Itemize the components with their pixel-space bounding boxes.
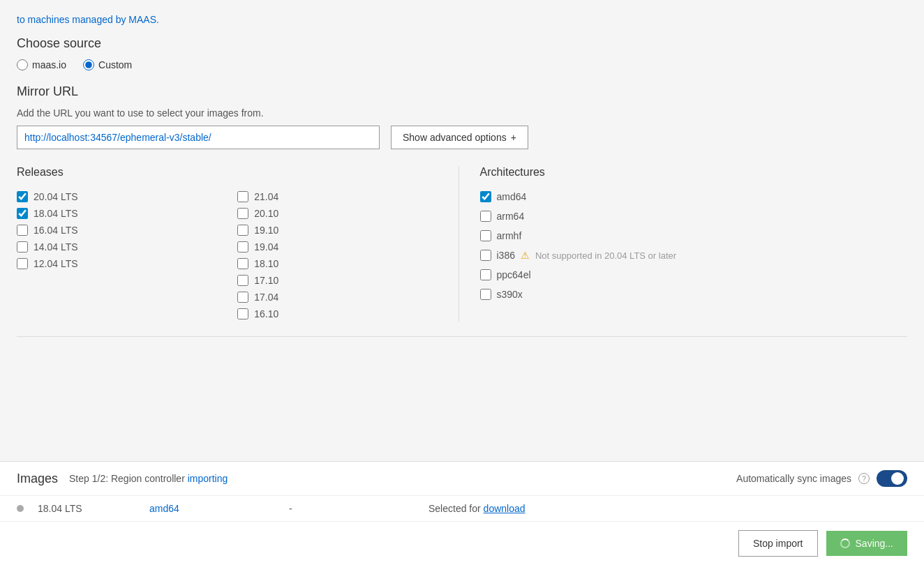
sync-toggle[interactable] — [877, 470, 907, 487]
release-1804lts-checkbox[interactable] — [17, 208, 28, 219]
release-2010: 20.10 — [237, 205, 444, 222]
arch-armhf-label[interactable]: armhf — [497, 230, 522, 241]
image-status-dot — [17, 505, 38, 512]
url-row: Show advanced options + — [17, 126, 907, 149]
image-arch: amd64 — [149, 503, 289, 514]
saving-spinner — [840, 538, 850, 548]
release-2004lts-checkbox[interactable] — [17, 191, 28, 202]
release-1204lts-label[interactable]: 12.04 LTS — [33, 258, 78, 269]
status-dot-gray — [17, 505, 24, 512]
release-1910-label[interactable]: 19.10 — [254, 225, 278, 236]
releases-column: Releases 20.04 LTS 18.04 LTS 16.04 LTS — [17, 166, 459, 322]
arch-s390x-label[interactable]: s390x — [497, 289, 523, 300]
release-1704-label[interactable]: 17.04 — [254, 292, 278, 303]
release-1810: 18.10 — [237, 255, 444, 272]
stop-import-label: Stop import — [753, 538, 803, 549]
source-radio-custom[interactable] — [83, 59, 94, 70]
release-1710-label[interactable]: 17.10 — [254, 275, 278, 286]
releases-title: Releases — [17, 166, 445, 179]
images-header: Images Step 1/2: Region controller impor… — [0, 462, 924, 496]
arch-amd64: amd64 — [480, 188, 908, 205]
release-1910: 19.10 — [237, 222, 444, 239]
release-1710-checkbox[interactable] — [237, 275, 248, 286]
release-1704: 17.04 — [237, 289, 444, 306]
source-option-custom[interactable]: Custom — [83, 59, 132, 70]
source-radio-maas-io[interactable] — [17, 59, 28, 70]
footer-buttons: Stop import Saving... — [0, 522, 924, 565]
source-label-maas-io: maas.io — [32, 59, 66, 70]
sync-toggle-slider — [877, 470, 907, 487]
releases-grid: 20.04 LTS 18.04 LTS 16.04 LTS 14.04 LTS — [17, 188, 445, 322]
release-1804lts-label[interactable]: 18.04 LTS — [33, 208, 78, 219]
release-1904-checkbox[interactable] — [237, 241, 248, 253]
release-2004lts-label[interactable]: 20.04 LTS — [33, 191, 78, 202]
show-advanced-button[interactable]: Show advanced options + — [391, 126, 528, 149]
release-1810-label[interactable]: 18.10 — [254, 258, 278, 269]
choose-source-title: Choose source — [17, 36, 907, 51]
release-1904: 19.04 — [237, 239, 444, 255]
arch-i386-label[interactable]: i386 — [497, 250, 515, 261]
source-radio-group: maas.io Custom — [17, 59, 907, 70]
releases-right: 21.04 20.10 19.10 19.04 — [237, 188, 444, 322]
sync-label: Automatically sync images — [736, 473, 851, 484]
arch-ppc64el-label[interactable]: ppc64el — [497, 269, 531, 280]
arch-amd64-checkbox[interactable] — [480, 191, 491, 202]
release-1604lts-label[interactable]: 16.04 LTS — [33, 225, 78, 236]
release-1404lts-label[interactable]: 14.04 LTS — [33, 241, 78, 253]
saving-button[interactable]: Saving... — [826, 531, 907, 556]
arch-arm64: arm64 — [480, 208, 908, 225]
arch-list: amd64 arm64 armhf i386 ⚠ Not supported i… — [480, 188, 908, 303]
stop-import-button[interactable]: Stop import — [738, 530, 818, 557]
arch-arm64-label[interactable]: arm64 — [497, 211, 525, 222]
arch-arm64-checkbox[interactable] — [480, 211, 491, 222]
intro-text: to machines managed by MAAS. — [17, 14, 907, 25]
release-1610-checkbox[interactable] — [237, 308, 248, 319]
arch-armhf-checkbox[interactable] — [480, 230, 491, 241]
i386-warning-icon: ⚠ — [521, 250, 530, 261]
release-2104: 21.04 — [237, 188, 444, 205]
arch-s390x-checkbox[interactable] — [480, 289, 491, 300]
mirror-url-description: Add the URL you want to use to select yo… — [17, 107, 907, 119]
architectures-column: Architectures amd64 arm64 armhf i386 — [459, 166, 908, 322]
import-status: Step 1/2: Region controller importing — [69, 473, 228, 484]
release-1204lts-checkbox[interactable] — [17, 258, 28, 269]
release-2004lts: 20.04 LTS — [17, 188, 223, 205]
importing-link[interactable]: importing — [188, 473, 228, 484]
choose-source-section: Choose source maas.io Custom — [17, 36, 907, 70]
arch-i386-checkbox[interactable] — [480, 250, 491, 261]
images-title-group: Images Step 1/2: Region controller impor… — [17, 472, 228, 486]
saving-label: Saving... — [856, 538, 893, 549]
arch-armhf: armhf — [480, 227, 908, 244]
arch-s390x: s390x — [480, 286, 908, 303]
release-1610: 16.10 — [237, 306, 444, 322]
download-link[interactable]: download — [484, 503, 526, 514]
release-2010-checkbox[interactable] — [237, 208, 248, 219]
import-status-text: Step 1/2: Region controller — [69, 473, 188, 484]
release-1804lts: 18.04 LTS — [17, 205, 223, 222]
release-1610-label[interactable]: 16.10 — [254, 308, 278, 319]
release-1810-checkbox[interactable] — [237, 258, 248, 269]
release-1404lts-checkbox[interactable] — [17, 241, 28, 253]
mirror-url-section: Mirror URL Add the URL you want to use t… — [17, 84, 907, 149]
sync-help-icon[interactable]: ? — [858, 473, 870, 484]
arch-amd64-label[interactable]: amd64 — [497, 191, 527, 202]
release-2104-checkbox[interactable] — [237, 191, 248, 202]
release-2104-label[interactable]: 21.04 — [254, 191, 278, 202]
arch-i386: i386 ⚠ Not supported in 20.04 LTS or lat… — [480, 247, 908, 264]
release-2010-label[interactable]: 20.10 — [254, 208, 278, 219]
image-row: 18.04 LTS amd64 - Selected for download — [0, 496, 924, 522]
source-option-maas-io[interactable]: maas.io — [17, 59, 66, 70]
advanced-btn-label: Show advanced options — [403, 132, 507, 143]
release-1604lts-checkbox[interactable] — [17, 225, 28, 236]
release-1404lts: 14.04 LTS — [17, 239, 223, 255]
source-label-custom: Custom — [98, 59, 132, 70]
mirror-url-title: Mirror URL — [17, 84, 907, 99]
arch-ppc64el-checkbox[interactable] — [480, 269, 491, 280]
release-1704-checkbox[interactable] — [237, 292, 248, 303]
release-1904-label[interactable]: 19.04 — [254, 241, 278, 253]
release-1710: 17.10 — [237, 272, 444, 289]
release-1910-checkbox[interactable] — [237, 225, 248, 236]
mirror-url-input[interactable] — [17, 126, 380, 149]
releases-arch-section: Releases 20.04 LTS 18.04 LTS 16.04 LTS — [17, 166, 907, 337]
releases-left: 20.04 LTS 18.04 LTS 16.04 LTS 14.04 LTS — [17, 188, 223, 322]
